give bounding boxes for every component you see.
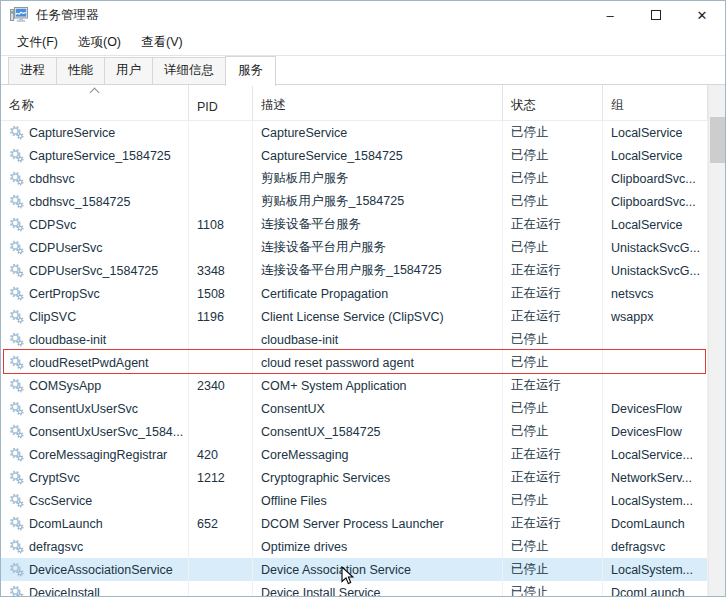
table-row[interactable]: COMSysApp2340COM+ System Application正在运行 bbox=[1, 374, 708, 397]
status-cell-text: 已停止 bbox=[511, 170, 549, 187]
group-cell-text: NetworkServ... bbox=[611, 471, 692, 485]
description-cell: 剪贴板用户服务 bbox=[253, 167, 503, 190]
service-name-cell: CoreMessagingRegistrar bbox=[1, 443, 189, 466]
description-cell: Certificate Propagation bbox=[253, 282, 503, 305]
status-cell: 已停止 bbox=[503, 121, 603, 144]
status-cell: 已停止 bbox=[503, 420, 603, 443]
status-cell: 已停止 bbox=[503, 489, 603, 512]
maximize-button[interactable] bbox=[633, 1, 679, 29]
table-row[interactable]: cloudResetPwdAgentcloud reset password a… bbox=[1, 351, 708, 374]
pid-cell bbox=[189, 489, 253, 512]
service-name-cell: cbdhsvc bbox=[1, 167, 189, 190]
group-cell-text: DevicesFlow bbox=[611, 425, 682, 439]
table-body: CaptureServiceCaptureService已停止LocalServ… bbox=[1, 121, 708, 597]
service-name-cell: CDPUserSvc_1584725 bbox=[1, 259, 189, 282]
service-name-cell-text: cloudbase-init bbox=[29, 333, 106, 347]
group-cell: DcomLaunch bbox=[603, 581, 708, 597]
description-cell: cloud reset password agent bbox=[253, 351, 503, 374]
description-cell: Optimize drives bbox=[253, 535, 503, 558]
column-header-name[interactable]: 名称 bbox=[1, 85, 189, 120]
status-cell: 已停止 bbox=[503, 167, 603, 190]
group-cell-text: LocalSystem... bbox=[611, 494, 693, 508]
column-header-pid[interactable]: PID bbox=[189, 85, 253, 120]
service-gear-icon bbox=[9, 263, 24, 278]
minimize-icon: – bbox=[606, 8, 613, 23]
vertical-scrollbar[interactable] bbox=[708, 85, 725, 597]
pid-cell bbox=[189, 351, 253, 374]
tab-performance[interactable]: 性能 bbox=[56, 57, 105, 85]
tab-details[interactable]: 详细信息 bbox=[152, 57, 226, 85]
table-row[interactable]: DeviceInstallDevice Install Service已停止Dc… bbox=[1, 581, 708, 597]
service-gear-icon bbox=[9, 585, 24, 597]
tab-services[interactable]: 服务 bbox=[225, 56, 276, 86]
service-name-cell-text: CDPSvc bbox=[29, 218, 76, 232]
table-row[interactable]: CertPropSvc1508Certificate Propagation正在… bbox=[1, 282, 708, 305]
description-cell: 连接设备平台用户服务 bbox=[253, 236, 503, 259]
pid-cell-text: 652 bbox=[197, 517, 218, 531]
status-cell-text: 已停止 bbox=[511, 584, 549, 597]
group-cell: LocalService bbox=[603, 144, 708, 167]
table-row[interactable]: CoreMessagingRegistrar420CoreMessaging正在… bbox=[1, 443, 708, 466]
close-button[interactable]: ✕ bbox=[679, 1, 725, 29]
pid-cell bbox=[189, 535, 253, 558]
service-gear-icon bbox=[9, 401, 24, 416]
description-cell: DCOM Server Process Launcher bbox=[253, 512, 503, 535]
service-name-cell-text: CDPUserSvc_1584725 bbox=[29, 264, 158, 278]
table-row[interactable]: CscServiceOffline Files已停止LocalSystem... bbox=[1, 489, 708, 512]
table-row[interactable]: CDPUserSvc_15847253348连接设备平台用户服务_1584725… bbox=[1, 259, 708, 282]
column-header-group[interactable]: 组 bbox=[603, 85, 708, 120]
group-cell: LocalService bbox=[603, 213, 708, 236]
table-row[interactable]: DcomLaunch652DCOM Server Process Launche… bbox=[1, 512, 708, 535]
status-cell-text: 已停止 bbox=[511, 124, 549, 141]
group-cell: ClipboardSvc... bbox=[603, 190, 708, 213]
table-row[interactable]: cbdhsvc剪贴板用户服务已停止ClipboardSvc... bbox=[1, 167, 708, 190]
service-name-cell-text: cbdhsvc_1584725 bbox=[29, 195, 130, 209]
table-row[interactable]: cbdhsvc_1584725剪贴板用户服务_1584725已停止Clipboa… bbox=[1, 190, 708, 213]
table-row[interactable]: ConsentUxUserSvc_1584...ConsentUX_158472… bbox=[1, 420, 708, 443]
tab-processes[interactable]: 进程 bbox=[8, 57, 57, 85]
table-row[interactable]: CaptureService_1584725CaptureService_158… bbox=[1, 144, 708, 167]
group-cell-text: DcomLaunch bbox=[611, 586, 685, 597]
column-header-description[interactable]: 描述 bbox=[253, 85, 503, 120]
table-row[interactable]: CaptureServiceCaptureService已停止LocalServ… bbox=[1, 121, 708, 144]
description-cell: Device Install Service bbox=[253, 581, 503, 597]
tab-users[interactable]: 用户 bbox=[104, 57, 153, 85]
table-row[interactable]: CDPUserSvc连接设备平台用户服务已停止UnistackSvcG... bbox=[1, 236, 708, 259]
scrollbar-thumb[interactable] bbox=[710, 117, 725, 163]
table-row[interactable]: DeviceAssociationServiceDevice Associati… bbox=[1, 558, 708, 581]
pid-cell bbox=[189, 144, 253, 167]
service-gear-icon bbox=[9, 516, 24, 531]
column-header-status[interactable]: 状态 bbox=[503, 85, 603, 120]
status-cell: 正在运行 bbox=[503, 443, 603, 466]
table-row[interactable]: defragsvcOptimize drives已停止defragsvc bbox=[1, 535, 708, 558]
group-cell: ClipboardSvc... bbox=[603, 167, 708, 190]
service-gear-icon bbox=[9, 148, 24, 163]
service-name-cell: ConsentUxUserSvc bbox=[1, 397, 189, 420]
description-cell-text: CaptureService bbox=[261, 126, 347, 140]
service-name-cell: cbdhsvc_1584725 bbox=[1, 190, 189, 213]
pid-cell-text: 2340 bbox=[197, 379, 225, 393]
service-gear-icon bbox=[9, 309, 24, 324]
services-grid: 名称PID描述状态组 CaptureServiceCaptureService已… bbox=[1, 85, 708, 597]
column-header-label: 描述 bbox=[261, 97, 286, 114]
pid-cell: 1508 bbox=[189, 282, 253, 305]
maximize-icon bbox=[651, 10, 661, 20]
table-row[interactable]: ClipSVC1196Client License Service (ClipS… bbox=[1, 305, 708, 328]
service-gear-icon bbox=[9, 286, 24, 301]
table-row[interactable]: CDPSvc1108连接设备平台服务正在运行LocalService bbox=[1, 213, 708, 236]
table-row[interactable]: CryptSvc1212Cryptographic Services正在运行Ne… bbox=[1, 466, 708, 489]
status-cell: 已停止 bbox=[503, 190, 603, 213]
status-cell: 已停止 bbox=[503, 328, 603, 351]
menu-item-view[interactable]: 查看(V) bbox=[135, 31, 189, 54]
description-cell: cloudbase-init bbox=[253, 328, 503, 351]
table-row[interactable]: ConsentUxUserSvcConsentUX已停止DevicesFlow bbox=[1, 397, 708, 420]
status-cell: 正在运行 bbox=[503, 213, 603, 236]
status-cell-text: 已停止 bbox=[511, 400, 549, 417]
table-row[interactable]: cloudbase-initcloudbase-init已停止 bbox=[1, 328, 708, 351]
status-cell-text: 正在运行 bbox=[511, 377, 561, 394]
group-cell: LocalSystem... bbox=[603, 489, 708, 512]
menu-item-options[interactable]: 选项(O) bbox=[72, 31, 127, 54]
menu-item-file[interactable]: 文件(F) bbox=[11, 31, 64, 54]
minimize-button[interactable]: – bbox=[587, 1, 633, 29]
status-cell-text: 正在运行 bbox=[511, 262, 561, 279]
